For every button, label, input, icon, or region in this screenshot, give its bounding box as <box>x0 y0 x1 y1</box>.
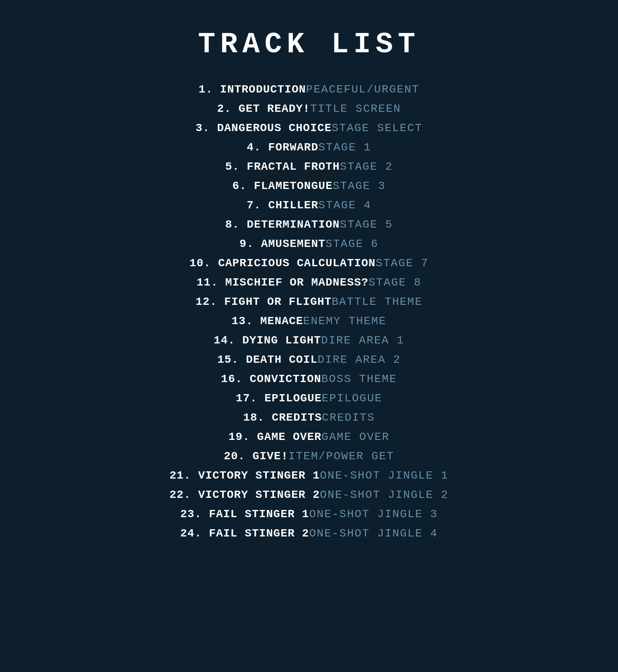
track-subtitle: STAGE 8 <box>369 274 422 291</box>
track-subtitle: ITEM/POWER GET <box>288 448 394 465</box>
page-title: TRACK LIST <box>88 28 530 61</box>
track-item: 5. FRACTAL FROTH STAGE 2 <box>225 158 393 175</box>
track-subtitle: STAGE 5 <box>340 216 393 233</box>
track-subtitle: ONE-SHOT JINGLE 4 <box>309 525 438 542</box>
track-number-name: 11. MISCHIEF OR MADNESS? <box>197 274 369 291</box>
track-number-name: 20. GIVE! <box>224 448 288 465</box>
track-number-name: 24. FAIL STINGER 2 <box>180 525 309 542</box>
track-item: 21. VICTORY STINGER 1 ONE-SHOT JINGLE 1 <box>169 467 449 484</box>
track-item: 15. DEATH COIL DIRE AREA 2 <box>217 351 401 368</box>
track-number-name: 16. CONVICTION <box>221 371 321 388</box>
track-item: 17. EPILOGUE EPILOGUE <box>236 390 382 407</box>
track-subtitle: EPILOGUE <box>322 390 382 407</box>
track-subtitle: ONE-SHOT JINGLE 2 <box>320 487 449 503</box>
track-number-name: 13. MENACE <box>232 313 303 330</box>
track-item: 1. INTRODUCTION PEACEFUL/URGENT <box>198 81 419 98</box>
track-number-name: 22. VICTORY STINGER 2 <box>169 487 320 503</box>
track-subtitle: STAGE 2 <box>340 158 393 175</box>
page-container: TRACK LIST 1. INTRODUCTION PEACEFUL/URGE… <box>88 16 530 542</box>
track-item: 24. FAIL STINGER 2 ONE-SHOT JINGLE 4 <box>180 525 438 542</box>
track-subtitle: STAGE 3 <box>333 178 386 195</box>
track-number-name: 15. DEATH COIL <box>217 351 317 368</box>
track-item: 10. CAPRICIOUS CALCULATION STAGE 7 <box>190 255 429 272</box>
track-number-name: 9. AMUSEMENT <box>239 236 325 253</box>
track-item: 3. DANGEROUS CHOICE STAGE SELECT <box>196 120 422 137</box>
track-subtitle: ENEMY THEME <box>303 313 387 330</box>
track-item: 13. MENACE ENEMY THEME <box>232 313 387 330</box>
track-number-name: 17. EPILOGUE <box>236 390 322 407</box>
track-item: 9. AMUSEMENT STAGE 6 <box>239 236 378 253</box>
track-number-name: 4. FORWARD <box>247 139 318 156</box>
track-number-name: 10. CAPRICIOUS CALCULATION <box>190 255 376 272</box>
track-subtitle: GAME OVER <box>321 429 389 446</box>
track-item: 14. DYING LIGHT DIRE AREA 1 <box>214 332 404 349</box>
track-subtitle: ONE-SHOT JINGLE 3 <box>309 506 438 523</box>
track-item: 4. FORWARD STAGE 1 <box>247 139 371 156</box>
track-item: 8. DETERMINATION STAGE 5 <box>225 216 393 233</box>
track-number-name: 18. CREDITS <box>243 409 322 426</box>
track-item: 11. MISCHIEF OR MADNESS? STAGE 8 <box>197 274 422 291</box>
track-number-name: 1. INTRODUCTION <box>198 81 306 98</box>
track-item: 6. FLAMETONGUE STAGE 3 <box>233 178 386 195</box>
track-number-name: 19. GAME OVER <box>229 429 321 446</box>
track-subtitle: STAGE 1 <box>318 139 371 156</box>
track-item: 22. VICTORY STINGER 2 ONE-SHOT JINGLE 2 <box>169 487 449 503</box>
track-item: 18. CREDITS CREDITS <box>243 409 375 426</box>
track-number-name: 3. DANGEROUS CHOICE <box>196 120 332 137</box>
track-subtitle: PEACEFUL/URGENT <box>306 81 420 98</box>
track-item: 23. FAIL STINGER 1 ONE-SHOT JINGLE 3 <box>180 506 438 523</box>
track-subtitle: STAGE SELECT <box>332 120 422 137</box>
track-item: 12. FIGHT OR FLIGHT BATTLE THEME <box>196 294 422 310</box>
track-subtitle: STAGE 6 <box>325 236 379 253</box>
track-number-name: 7. CHILLER <box>247 197 318 214</box>
track-number-name: 2. GET READY! <box>217 101 310 117</box>
track-item: 20. GIVE! ITEM/POWER GET <box>224 448 394 465</box>
track-subtitle: STAGE 4 <box>318 197 371 214</box>
track-number-name: 5. FRACTAL FROTH <box>225 158 340 175</box>
track-item: 19. GAME OVER GAME OVER <box>229 429 390 446</box>
track-item: 7. CHILLER STAGE 4 <box>247 197 371 214</box>
track-subtitle: STAGE 7 <box>376 255 429 272</box>
track-subtitle: CREDITS <box>322 409 375 426</box>
track-number-name: 6. FLAMETONGUE <box>233 178 333 195</box>
track-number-name: 21. VICTORY STINGER 1 <box>169 467 320 484</box>
track-item: 2. GET READY! TITLE SCREEN <box>217 101 401 117</box>
track-subtitle: DIRE AREA 1 <box>321 332 404 349</box>
track-number-name: 14. DYING LIGHT <box>214 332 321 349</box>
track-subtitle: BOSS THEME <box>321 371 397 388</box>
track-number-name: 8. DETERMINATION <box>225 216 340 233</box>
track-number-name: 23. FAIL STINGER 1 <box>180 506 309 523</box>
track-number-name: 12. FIGHT OR FLIGHT <box>196 294 332 310</box>
track-subtitle: BATTLE THEME <box>332 294 422 310</box>
track-subtitle: TITLE SCREEN <box>310 101 401 117</box>
track-subtitle: DIRE AREA 2 <box>317 351 401 368</box>
track-list: 1. INTRODUCTION PEACEFUL/URGENT2. GET RE… <box>88 81 530 542</box>
track-subtitle: ONE-SHOT JINGLE 1 <box>320 467 449 484</box>
track-item: 16. CONVICTION BOSS THEME <box>221 371 397 388</box>
